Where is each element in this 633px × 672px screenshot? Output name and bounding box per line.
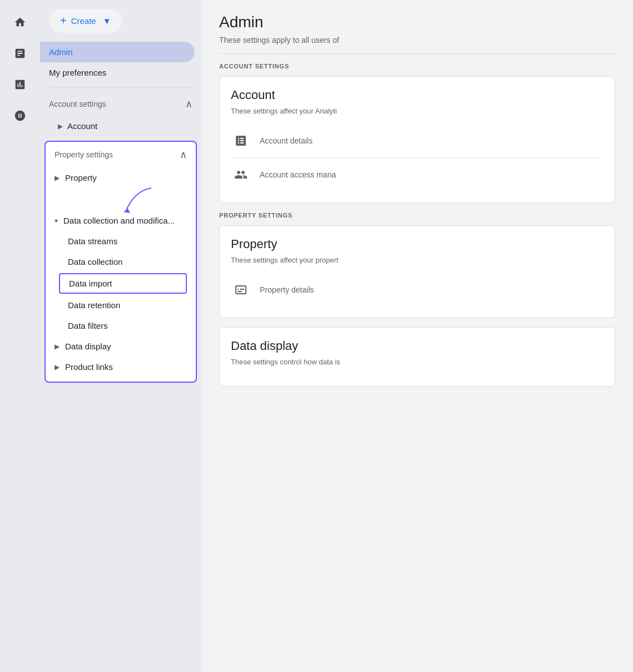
property-settings-section[interactable]: Property settings ∧ <box>46 142 196 167</box>
icon-rail <box>0 0 40 672</box>
sidebar-item-admin[interactable]: Admin <box>40 42 195 62</box>
account-access-label: Account access mana <box>260 170 336 179</box>
reports-icon[interactable] <box>7 71 33 98</box>
account-arrow-icon: ▶ <box>58 122 63 130</box>
property-settings-box: Property settings ∧ ▶ Property ▾ Data co… <box>44 141 197 383</box>
sidebar-item-my-preferences[interactable]: My preferences <box>40 62 195 83</box>
account-settings-section-label: ACCOUNT SETTINGS <box>219 63 615 70</box>
data-retention-label: Data retention <box>68 300 120 310</box>
sidebar-item-account[interactable]: ▶ Account <box>40 116 201 136</box>
sidebar-item-data-import[interactable]: Data import <box>59 273 187 294</box>
home-icon[interactable] <box>7 9 33 36</box>
property-card-desc: These settings affect your propert <box>231 256 604 264</box>
account-details-row[interactable]: Account details <box>231 124 604 157</box>
create-plus-icon: + <box>60 14 67 27</box>
account-label: Account <box>67 121 97 131</box>
data-display-card-desc: These settings control how data is <box>231 358 604 366</box>
sidebar-item-data-collection[interactable]: Data collection <box>46 251 196 272</box>
page-title: Admin <box>219 13 615 31</box>
arrow-annotation <box>46 188 196 210</box>
sidebar-divider-1 <box>49 87 192 88</box>
page-subtitle: These settings apply to all users of <box>219 36 615 45</box>
main-layout: + Create ▼ Admin My preferences Account … <box>40 0 633 672</box>
property-card: Property These settings affect your prop… <box>219 225 615 318</box>
sidebar-item-product-links[interactable]: ▶ Product links <box>46 357 196 377</box>
property-details-row[interactable]: Property details <box>231 273 604 307</box>
data-collection-arrow-icon: ▾ <box>55 217 58 225</box>
data-display-arrow-icon: ▶ <box>55 343 60 350</box>
account-card-desc: These settings affect your Analyti <box>231 107 604 115</box>
data-collection-sub-label: Data collection <box>68 257 122 266</box>
account-settings-section[interactable]: Account settings ∧ <box>40 92 201 116</box>
property-card-title: Property <box>231 237 604 251</box>
property-arrow-icon: ▶ <box>55 174 60 182</box>
analytics-icon[interactable] <box>7 40 33 67</box>
data-display-label: Data display <box>65 342 111 351</box>
data-collection-label: Data collection and modifica... <box>63 216 175 225</box>
create-dropdown-icon: ▼ <box>103 16 111 26</box>
data-display-card-title: Data display <box>231 339 604 353</box>
account-card-title: Account <box>231 88 604 102</box>
data-streams-label: Data streams <box>68 236 117 246</box>
right-panel: Admin These settings apply to all users … <box>201 0 633 672</box>
product-links-label: Product links <box>65 362 113 372</box>
sidebar-item-data-collection-modifica[interactable]: ▾ Data collection and modifica... <box>46 210 196 231</box>
property-settings-section-label: PROPERTY SETTINGS <box>219 212 615 219</box>
data-display-card: Data display These settings control how … <box>219 327 615 387</box>
data-filters-label: Data filters <box>68 321 108 330</box>
property-settings-label: Property settings <box>55 150 113 159</box>
sidebar: + Create ▼ Admin My preferences Account … <box>40 0 201 672</box>
sidebar-item-data-filters[interactable]: Data filters <box>46 315 196 336</box>
sidebar-item-data-retention[interactable]: Data retention <box>46 295 196 315</box>
data-import-label: Data import <box>69 279 112 288</box>
sidebar-item-data-display[interactable]: ▶ Data display <box>46 336 196 357</box>
product-links-arrow-icon: ▶ <box>55 363 60 371</box>
property-label: Property <box>65 173 97 182</box>
account-details-icon <box>231 131 251 151</box>
create-label: Create <box>71 16 96 26</box>
my-preferences-label: My preferences <box>49 68 106 77</box>
account-settings-caret-icon: ∧ <box>185 98 192 110</box>
account-access-icon <box>231 165 251 185</box>
sidebar-item-data-streams[interactable]: Data streams <box>46 231 196 251</box>
property-details-label: Property details <box>260 285 314 294</box>
property-settings-caret-icon: ∧ <box>180 149 187 161</box>
account-settings-label: Account settings <box>49 100 106 108</box>
account-card: Account These settings affect your Analy… <box>219 76 615 203</box>
advertising-icon[interactable] <box>7 102 33 129</box>
admin-label: Admin <box>49 47 73 57</box>
account-details-label: Account details <box>260 136 313 145</box>
header-divider <box>219 53 615 54</box>
account-access-row[interactable]: Account access mana <box>231 157 604 191</box>
property-details-icon <box>231 280 251 300</box>
create-button[interactable]: + Create ▼ <box>49 9 122 33</box>
